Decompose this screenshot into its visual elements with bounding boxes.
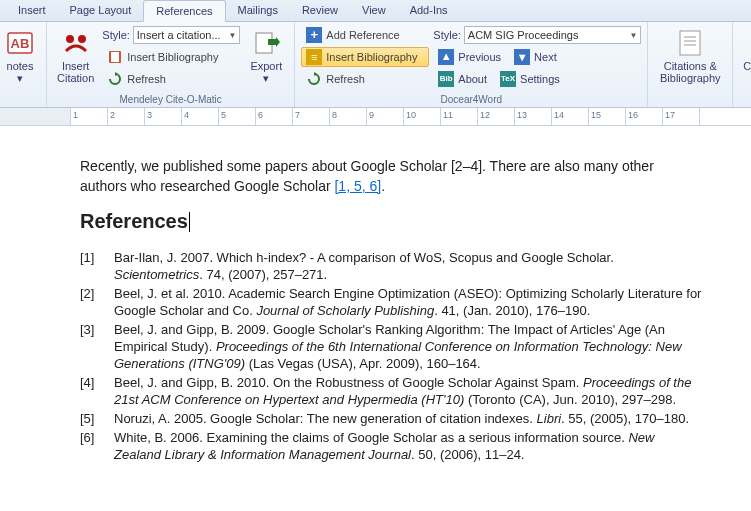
reference-item: [6]White, B. 2006. Examining the claims … xyxy=(80,429,703,463)
tab-addins[interactable]: Add-Ins xyxy=(398,0,460,21)
citations-bibliography-button[interactable]: Citations & Bibliography xyxy=(654,25,726,93)
arrow-down-icon: ▼ xyxy=(514,49,530,65)
reference-item: [5]Noruzi, A. 2005. Google Scholar: The … xyxy=(80,410,703,427)
docear-refresh[interactable]: Refresh xyxy=(301,69,429,89)
docear-next[interactable]: ▼ Next xyxy=(509,47,562,67)
ribbon: AB notes ▾ Insert Citation Style: Insert… xyxy=(0,22,751,108)
refresh-icon xyxy=(107,71,123,87)
mendeley-insert-bibliography[interactable]: Insert Bibliography xyxy=(102,47,240,67)
docear-settings[interactable]: TeX Settings xyxy=(495,69,565,89)
docear-add-reference[interactable]: + Add Reference xyxy=(301,25,429,45)
export-icon xyxy=(250,27,282,59)
svg-rect-5 xyxy=(111,52,119,62)
mendeley-refresh[interactable]: Refresh xyxy=(102,69,240,89)
group-mendeley: Insert Citation Style: Insert a citation… xyxy=(47,22,295,107)
group-docear: + Add Reference ≡ Insert Bibliography Re… xyxy=(295,22,648,107)
bibliography-icon xyxy=(674,27,706,59)
mendeley-icon xyxy=(60,27,92,59)
ribbon-tabs: Insert Page Layout References Mailings R… xyxy=(0,0,751,22)
mendeley-style-select[interactable]: Insert a citation...▼ xyxy=(133,26,240,44)
book-icon xyxy=(107,49,123,65)
bibtex-icon: TeX xyxy=(500,71,516,87)
ruler[interactable]: 1234567891011121314151617 xyxy=(0,108,751,126)
docear-previous[interactable]: ▲ Previous xyxy=(433,47,506,67)
reference-item: [4]Beel, J. and Gipp, B. 2010. On the Ro… xyxy=(80,374,703,408)
citation-link[interactable]: [1, 5, 6] xyxy=(334,178,381,194)
tab-page-layout[interactable]: Page Layout xyxy=(58,0,144,21)
svg-point-2 xyxy=(66,35,74,43)
caption-icon xyxy=(746,27,751,59)
document-area[interactable]: Recently, we published some papers about… xyxy=(0,126,751,485)
tab-mailings[interactable]: Mailings xyxy=(226,0,290,21)
insert-citation-button[interactable]: Insert Citation xyxy=(53,25,98,93)
caption-button[interactable]: Caption xyxy=(739,25,751,93)
docear-about[interactable]: Bib About xyxy=(433,69,492,89)
tab-insert[interactable]: Insert xyxy=(6,0,58,21)
reference-item: [2]Beel, J. et al. 2010. Academic Search… xyxy=(80,285,703,319)
tab-view[interactable]: View xyxy=(350,0,398,21)
list-icon: ≡ xyxy=(306,49,322,65)
plus-icon: + xyxy=(306,27,322,43)
bibtex-icon: Bib xyxy=(438,71,454,87)
refresh-icon xyxy=(306,71,322,87)
reference-item: [1]Bar-Ilan, J. 2007. Which h-index? - A… xyxy=(80,249,703,283)
group-label-mendeley: Mendeley Cite-O-Matic xyxy=(53,93,288,106)
svg-text:AB: AB xyxy=(11,36,30,51)
group-label-docear: Docear4Word xyxy=(301,93,641,106)
reference-item: [3]Beel, J. and Gipp, B. 2009. Google Sc… xyxy=(80,321,703,372)
docear-style-select[interactable]: ACM SIG Proceedings▼ xyxy=(464,26,641,44)
docear-insert-bibliography[interactable]: ≡ Insert Bibliography xyxy=(301,47,429,67)
svg-rect-7 xyxy=(680,31,700,55)
mendeley-export[interactable]: Export▾ xyxy=(244,25,288,93)
svg-point-3 xyxy=(78,35,86,43)
style-label: Style: xyxy=(102,29,130,41)
arrow-up-icon: ▲ xyxy=(438,49,454,65)
tab-references[interactable]: References xyxy=(143,0,225,22)
references-list: [1]Bar-Ilan, J. 2007. Which h-index? - A… xyxy=(80,249,703,463)
body-paragraph: Recently, we published some papers about… xyxy=(80,156,703,196)
notes-button[interactable]: AB notes ▾ xyxy=(0,25,40,93)
text-cursor xyxy=(189,212,190,232)
references-heading: References xyxy=(80,210,703,233)
note-ab-icon: AB xyxy=(4,27,36,59)
tab-review[interactable]: Review xyxy=(290,0,350,21)
docear-style-label: Style: xyxy=(433,29,461,41)
